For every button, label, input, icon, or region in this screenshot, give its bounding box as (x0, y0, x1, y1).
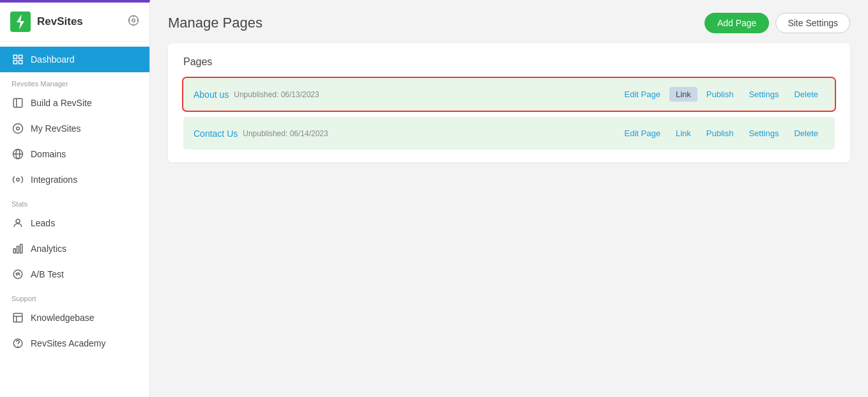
integrations-icon (11, 173, 24, 186)
settings-button-contact-us[interactable]: Settings (742, 126, 785, 141)
section-stats-label: Stats (0, 192, 149, 210)
pages-section-title: Pages (183, 56, 835, 68)
build-icon (11, 97, 24, 109)
analytics-icon (11, 242, 24, 255)
page-row-contact-us: Contact Us Unpublished: 06/14/2023 Edit … (183, 117, 835, 150)
svg-rect-22 (17, 246, 19, 253)
link-button-contact-us[interactable]: Link (669, 126, 697, 141)
page-row-about-us: About us Unpublished: 06/13/2023 Edit Pa… (183, 78, 835, 111)
link-button-about-us[interactable]: Link (669, 87, 697, 102)
app-name: RevSites (37, 15, 83, 28)
knowledgebase-icon (11, 311, 24, 324)
add-page-button[interactable]: Add Page (704, 13, 770, 33)
sidebar-item-ab-test[interactable]: A/B Test (0, 261, 149, 287)
svg-rect-8 (13, 55, 17, 58)
site-settings-button[interactable]: Site Settings (775, 13, 850, 33)
sidebar-analytics-label: Analytics (31, 244, 66, 254)
sidebar-item-analytics[interactable]: Analytics (0, 236, 149, 261)
sidebar-item-integrations[interactable]: Integrations (0, 167, 149, 192)
svg-rect-12 (13, 98, 22, 107)
sidebar-logo: RevSites (0, 3, 149, 42)
edit-page-button-about-us[interactable]: Edit Page (618, 87, 667, 102)
sidebar-leads-label: Leads (31, 218, 55, 228)
publish-button-contact-us[interactable]: Publish (700, 126, 740, 141)
ab-test-icon (11, 268, 24, 281)
sidebar-integrations-label: Integrations (31, 175, 77, 185)
sidebar: RevSites Dashboard Revsites Manager (0, 0, 150, 397)
section-support-label: Support (0, 287, 149, 305)
sidebar-knowledgebase-label: Knowledgebase (31, 313, 95, 323)
page-actions-contact-us: Edit Page Link Publish Settings Delete (618, 126, 825, 141)
sidebar-domains-label: Domains (31, 149, 66, 159)
sidebar-nav: Dashboard Revsites Manager Build a RevSi… (0, 42, 149, 397)
svg-rect-23 (20, 244, 22, 253)
sidebar-item-my-revsites[interactable]: My RevSites (0, 116, 149, 141)
svg-point-29 (18, 346, 19, 347)
page-title: Manage Pages (168, 15, 263, 31)
svg-rect-21 (13, 249, 15, 253)
content-area: Pages About us Unpublished: 06/13/2023 E… (150, 43, 868, 397)
sidebar-item-domains[interactable]: Domains (0, 141, 149, 167)
sidebar-dashboard-label: Dashboard (31, 54, 75, 65)
main-content: Manage Pages Add Page Site Settings Page… (150, 0, 868, 397)
dashboard-icon (11, 53, 24, 66)
academy-icon (11, 337, 24, 350)
leads-icon (11, 217, 24, 230)
svg-rect-9 (19, 55, 22, 58)
main-header: Manage Pages Add Page Site Settings (150, 0, 868, 43)
section-manager-label: Revsites Manager (0, 72, 149, 90)
svg-point-3 (132, 19, 135, 22)
target-icon (128, 15, 139, 29)
delete-button-contact-us[interactable]: Delete (788, 126, 825, 141)
pages-card: Pages About us Unpublished: 06/13/2023 E… (168, 43, 850, 162)
delete-button-about-us[interactable]: Delete (788, 87, 825, 102)
svg-point-20 (16, 219, 20, 223)
sidebar-item-dashboard[interactable]: Dashboard (0, 47, 149, 72)
sidebar-item-leads[interactable]: Leads (0, 210, 149, 236)
sidebar-item-build-revsite[interactable]: Build a RevSite (0, 90, 149, 116)
sidebar-build-label: Build a RevSite (31, 98, 92, 108)
page-name-contact-us: Contact Us (194, 128, 238, 139)
sidebar-my-revsites-label: My RevSites (31, 123, 81, 134)
edit-page-button-contact-us[interactable]: Edit Page (618, 126, 667, 141)
svg-point-15 (17, 127, 20, 130)
sidebar-item-revsites-academy[interactable]: RevSites Academy (0, 331, 149, 356)
svg-rect-11 (19, 61, 22, 64)
sidebar-ab-test-label: A/B Test (31, 269, 64, 279)
page-name-about-us: About us (194, 90, 229, 100)
logo-icon (10, 12, 31, 32)
page-status-contact-us: Unpublished: 06/14/2023 (243, 129, 328, 138)
settings-button-about-us[interactable]: Settings (742, 87, 785, 102)
my-revsites-icon (11, 122, 24, 135)
page-actions-about-us: Edit Page Link Publish Settings Delete (618, 87, 825, 102)
page-status-about-us: Unpublished: 06/13/2023 (234, 90, 319, 99)
header-actions: Add Page Site Settings (704, 13, 850, 33)
svg-rect-10 (13, 61, 17, 64)
svg-point-19 (17, 178, 20, 182)
svg-point-14 (13, 124, 23, 134)
publish-button-about-us[interactable]: Publish (700, 87, 740, 102)
sidebar-academy-label: RevSites Academy (31, 338, 106, 348)
domains-icon (11, 148, 24, 160)
sidebar-item-knowledgebase[interactable]: Knowledgebase (0, 305, 149, 331)
svg-rect-25 (13, 313, 22, 322)
